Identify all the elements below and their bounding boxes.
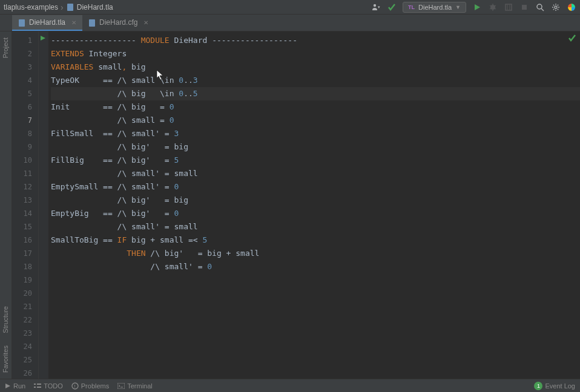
line-number: 9 [12, 140, 38, 154]
svg-rect-5 [522, 5, 527, 10]
code-line[interactable]: /\ small' = small [51, 167, 580, 180]
bottom-problems-button[interactable]: ! Problems [71, 382, 109, 390]
code-line[interactable]: Init == /\ big = 0 [51, 100, 580, 114]
bottom-run-label: Run [13, 382, 25, 390]
debug-button[interactable] [488, 2, 498, 12]
code-line[interactable]: SmallToBig == IF big + small =< 5 [51, 234, 580, 247]
line-number: 18 [12, 260, 38, 273]
top-nav-bar: tlaplus-examples › DieHard.tla ▾ TL DieH… [0, 0, 580, 15]
close-icon[interactable]: ✕ [143, 19, 148, 26]
line-number: 21 [12, 300, 38, 313]
code-line[interactable]: /\ small = 0 [51, 114, 580, 127]
ide-logo-icon[interactable] [567, 2, 576, 12]
code-line[interactable]: THEN /\ big' = big + small [51, 247, 580, 260]
gutter-run-area [39, 31, 48, 379]
run-config-name: DieHard.tla [418, 4, 452, 11]
left-sidebar: Project Structure Favorites [0, 31, 12, 379]
line-number: 8 [12, 127, 38, 140]
line-number: 7 [12, 114, 38, 127]
top-nav-actions: ▾ TL DieHard.tla ▼ [371, 2, 576, 13]
code-line[interactable]: EmptySmall == /\ small' = 0 [51, 180, 580, 194]
line-number: 3 [12, 60, 38, 74]
todo-icon [34, 383, 41, 389]
code-text-area[interactable]: ------------------ MODULE DieHard ------… [48, 31, 580, 379]
code-line[interactable]: ------------------ MODULE DieHard ------… [51, 34, 580, 47]
user-icon[interactable]: ▾ [371, 2, 381, 12]
sidebar-tab-project[interactable]: Project [0, 31, 11, 64]
tab-diehard-tla[interactable]: DieHard.tla ✕ [12, 15, 82, 31]
chevron-down-icon: ▼ [455, 4, 461, 10]
line-number: 2 [12, 47, 38, 60]
breadcrumb-file-label: DieHard.tla [77, 3, 113, 11]
svg-point-1 [374, 4, 376, 6]
svg-text:!: ! [74, 384, 75, 389]
tla-badge-icon: TL [408, 4, 415, 10]
svg-rect-9 [89, 19, 95, 27]
event-count-badge: 1 [534, 382, 542, 390]
sidebar-tab-label: Structure [2, 306, 9, 333]
line-number: 23 [12, 327, 38, 340]
stop-button[interactable] [519, 2, 529, 12]
breadcrumb-separator: › [61, 2, 64, 12]
bottom-event-log-button[interactable]: 1 Event Log [534, 382, 575, 390]
sidebar-tab-favorites[interactable]: Favorites [0, 339, 11, 379]
run-configuration-dropdown[interactable]: TL DieHard.tla ▼ [403, 2, 466, 13]
code-line[interactable]: /\ big' = big [51, 140, 580, 154]
line-number-gutter: 1234567891011121314151617181920212223242… [12, 31, 39, 379]
code-line[interactable]: FillBig == /\ big' = 5 [51, 154, 580, 167]
event-log-label: Event Log [545, 382, 575, 390]
tab-label: DieHard.tla [29, 18, 65, 27]
checkmark-icon[interactable] [387, 2, 397, 12]
coverage-button[interactable] [504, 2, 513, 12]
line-number: 25 [12, 353, 38, 367]
svg-rect-10 [34, 384, 36, 385]
line-number: 20 [12, 287, 38, 300]
svg-rect-11 [37, 384, 41, 385]
code-line[interactable]: VARIABLES small, big [51, 60, 580, 74]
line-number: 4 [12, 74, 38, 87]
svg-point-3 [490, 5, 495, 10]
file-icon [66, 3, 74, 11]
sidebar-tab-label: Project [2, 38, 9, 58]
line-number: 24 [12, 340, 38, 353]
code-editor[interactable]: 1234567891011121314151617181920212223242… [12, 31, 580, 379]
run-button[interactable] [472, 2, 482, 12]
line-number: 16 [12, 234, 38, 247]
bottom-terminal-button[interactable]: Terminal [117, 382, 153, 390]
bottom-todo-button[interactable]: TODO [34, 382, 63, 390]
svg-point-6 [537, 4, 542, 9]
breadcrumb-project[interactable]: tlaplus-examples [4, 3, 58, 11]
svg-rect-4 [506, 4, 512, 10]
bottom-run-button[interactable]: Run [5, 382, 25, 390]
code-line[interactable]: EXTENDS Integers [51, 47, 580, 60]
code-line[interactable]: TypeOK == /\ small \in 0..3 [51, 74, 580, 87]
settings-icon[interactable] [551, 2, 561, 12]
code-line[interactable]: /\ big \in 0..5 [51, 87, 580, 100]
tab-label: DieHard.cfg [99, 18, 137, 27]
line-number: 12 [12, 180, 38, 194]
line-number: 6 [12, 100, 38, 114]
code-line[interactable]: /\ small' = small [51, 220, 580, 234]
code-line[interactable]: FillSmall == /\ small' = 3 [51, 127, 580, 140]
line-number: 19 [12, 273, 38, 287]
close-icon[interactable]: ✕ [71, 19, 76, 26]
bottom-problems-label: Problems [81, 382, 109, 390]
code-line[interactable]: /\ big' = big [51, 194, 580, 207]
bottom-todo-label: TODO [44, 382, 63, 390]
inspection-ok-icon[interactable] [568, 34, 576, 42]
code-line[interactable]: EmptyBig == /\ big' = 0 [51, 207, 580, 220]
line-number: 17 [12, 247, 38, 260]
line-number: 15 [12, 220, 38, 234]
sidebar-tab-structure[interactable]: Structure [0, 300, 11, 339]
run-gutter-icon[interactable] [40, 35, 46, 41]
code-line[interactable]: /\ small' = 0 [51, 260, 580, 273]
file-icon [88, 19, 96, 26]
bottom-terminal-label: Terminal [127, 382, 153, 390]
search-icon[interactable] [535, 2, 545, 12]
line-number: 26 [12, 367, 38, 380]
breadcrumb-file[interactable]: DieHard.tla [66, 3, 113, 11]
tab-diehard-cfg[interactable]: DieHard.cfg ✕ [82, 15, 154, 31]
file-icon [18, 19, 25, 26]
line-number: 13 [12, 194, 38, 207]
breadcrumb: tlaplus-examples › DieHard.tla [4, 2, 371, 12]
